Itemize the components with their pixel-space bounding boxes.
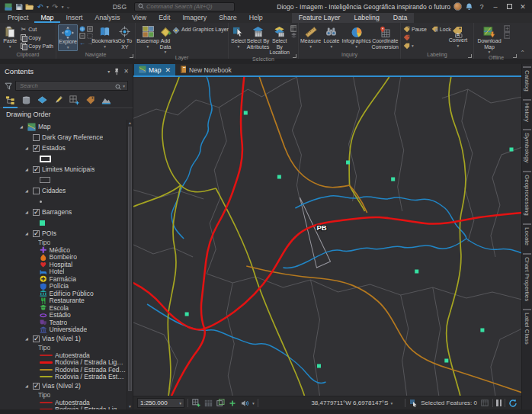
measure-dropdown-icon[interactable]: ▾ [309,44,312,49]
legend-item-rodovia-estrada-ligacao[interactable]: Rodovia / Estrada Ligação [0,359,127,367]
layer-barragens[interactable]: ◢Barragens [0,207,127,217]
pause-labeling-button[interactable]: Pause [402,25,428,33]
layer-cidades[interactable]: ◢Cidades [0,185,127,196]
cut-button[interactable]: ✂Cut [19,25,54,33]
legend-item-rodovia-estrada-federal[interactable]: Rodovia / Estrada Federal [0,366,127,374]
user-avatar[interactable] [453,2,462,11]
pause-drawing-icon[interactable] [496,400,502,406]
layer-checkbox[interactable] [33,188,40,194]
notifications-bell-icon[interactable] [465,2,473,11]
redo-icon[interactable]: ↷ [51,2,59,11]
paste-dropdown-icon[interactable]: ▾ [9,44,11,49]
filter-icon[interactable] [5,79,12,93]
pane-tab-geoprocessing[interactable]: Geoprocessing [523,171,531,217]
go-to-xy-button[interactable]: Go To XY [117,24,133,51]
contents-search-box[interactable]: ▾ [15,81,128,91]
remove-map-icon[interactable] [504,32,510,38]
legend-item-hospital[interactable]: Hospital [0,261,127,268]
command-search[interactable] [134,2,235,11]
copy-path-button[interactable]: Copy Path [19,42,54,50]
measure-button[interactable]: Measure ▾ [300,24,321,51]
scrollbar-thumb[interactable] [128,127,132,391]
more-labels-button[interactable] [402,34,445,41]
pane-tab-label-class[interactable]: Label Class [523,309,531,346]
dialog-launcher-icon[interactable] [513,54,517,58]
layer-vias-nivel-2[interactable]: ◢Vias (Nível 2) [0,380,127,391]
legend-item-rodovia-estrada-ligacao[interactable]: Rodovia / Estrada Ligação [0,406,127,410]
layer-checkbox[interactable] [33,209,40,216]
layer-limites-municipais[interactable]: ◢Limites Municipais [0,164,127,175]
legend-item-hotel[interactable]: Hotel [0,268,127,276]
pin-icon[interactable] [114,68,120,75]
legend-symbol-dot[interactable] [0,196,127,207]
scroll-down-icon[interactable]: ▼ [127,403,133,409]
view-tab-new-notebook[interactable]: New Notebook [175,64,236,75]
refresh-icon[interactable] [508,399,518,408]
overlap-frames-icon[interactable] [216,399,225,408]
contents-search-input[interactable] [18,82,114,90]
grid-plus-icon[interactable] [191,399,200,408]
label-options-button[interactable]: ▾ [402,42,445,50]
close-pane-icon[interactable]: ✕ [123,68,129,75]
download-map-button[interactable]: Download Map ▾ [476,24,503,54]
view-tab-map[interactable]: Map ✕ [134,64,175,75]
open-project-icon[interactable] [25,2,34,11]
legend-symbol-square-green[interactable] [0,217,127,228]
convert-dropdown-icon[interactable]: ▾ [457,43,460,48]
explore-button[interactable]: Explore ▾ [58,24,78,51]
expander-icon[interactable]: ◢ [25,167,30,172]
infographics-dropdown-icon[interactable]: ▾ [355,44,357,49]
list-by-drawing-order-icon[interactable] [5,95,15,108]
legend-item-escola[interactable]: Escola [0,304,127,312]
layer-checkbox[interactable] [33,134,40,141]
pane-tab-symbology[interactable]: Symbology [523,129,531,165]
expander-icon[interactable]: ◢ [25,188,30,193]
ribbon-tab-share[interactable]: Share [213,13,242,23]
list-by-selection-icon[interactable] [37,95,47,108]
ribbon-tab-analysis[interactable]: Analysis [89,13,127,23]
select-by-location-button[interactable]: Select By Location [270,24,290,56]
save-icon[interactable] [14,2,23,11]
ribbon-tab-map[interactable]: Map [34,13,59,23]
previous-extent-icon[interactable]: ← [79,40,85,47]
layer-checkbox[interactable] [33,166,40,173]
minimize-button[interactable]: – [490,3,501,11]
map-canvas[interactable]: PB [133,77,521,396]
legend-item-edificio-publico[interactable]: Edifício Público [0,290,127,297]
legend-symbol-rect-white[interactable] [0,153,127,164]
legend-item-medico[interactable]: Médico [0,246,127,254]
coordinates-dropdown-icon[interactable]: ▾ [390,401,393,406]
help-button[interactable]: ? [476,3,487,11]
expander-icon[interactable]: ◢ [20,124,25,129]
search-options-icon[interactable]: ▾ [123,84,125,88]
speaker-icon[interactable] [240,399,249,408]
legend-item-policia[interactable]: Polícia [0,283,127,290]
layer-checkbox[interactable] [33,383,40,390]
close-tab-icon[interactable]: ✕ [165,66,171,74]
green-plus-icon[interactable] [228,399,237,408]
scroll-up-icon[interactable]: ▲ [127,120,133,126]
legend-item-rodovia-estrada-estatual[interactable]: Rodovia / Estrada Estatual [0,374,127,381]
legend-item-estadio[interactable]: Estádio [0,312,127,319]
layer-checkbox[interactable] [33,335,40,342]
legend-item-teatro[interactable]: Teatro [0,319,127,326]
close-button[interactable]: ✕ [518,3,528,11]
fixed-zoom-in-icon[interactable] [87,26,93,32]
maximize-button[interactable] [504,3,514,11]
legend-symbol-rect-gray[interactable] [0,175,127,185]
convert-labels-button[interactable]: A Convert ▾ [446,24,470,51]
explore-dropdown-icon[interactable]: ▾ [67,45,69,50]
legend-item-autoestrada[interactable]: Autoestrada [0,399,127,406]
pane-tab-chart-properties[interactable]: Chart Properties [523,253,531,303]
basemap-button[interactable]: Basemap ▾ [137,24,159,54]
coordinates-display[interactable]: 38,4779711°W 6,6978147°S ▾ [311,400,393,406]
expander-icon[interactable]: ◢ [25,231,30,236]
contextual-tab-labeling[interactable]: Labeling [348,13,386,23]
copy-button[interactable]: Copy [19,34,54,41]
pane-tab-locate[interactable]: Locate [523,223,531,247]
project-icon[interactable] [4,2,12,11]
locate-dropdown-icon[interactable]: ▾ [331,44,333,49]
ribbon-tab-insert[interactable]: Insert [60,13,89,23]
legend-item-bombeiro[interactable]: Bombeiro [0,254,127,262]
pane-menu-icon[interactable]: ▾ [107,69,110,74]
